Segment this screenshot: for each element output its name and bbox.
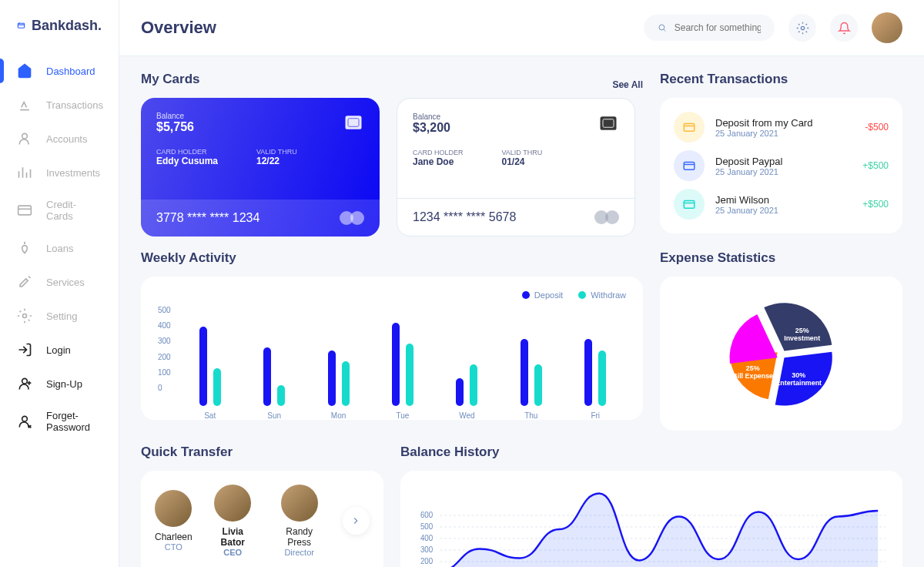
nav-label: Sign-Up [46, 378, 82, 390]
sidebar-item-loans[interactable]: Loans [0, 231, 119, 265]
nav-label: Forget-Password [46, 410, 102, 433]
search-input[interactable] [675, 22, 761, 33]
recent-transactions-section: Recent Transactions Deposit from my Card… [660, 72, 902, 237]
user-avatar[interactable] [872, 12, 902, 43]
mastercard-icon [594, 210, 619, 225]
sidebar-item-accounts[interactable]: Accounts [0, 122, 119, 156]
nav-icon [17, 308, 32, 324]
transaction-item[interactable]: Jemi Wilson25 January 2021+$500 [674, 189, 889, 220]
expense-pie-chart: 25%Investment30%Entertainment20%Others25… [660, 277, 902, 431]
bar-label: Fri [591, 411, 600, 420]
bar-withdraw [470, 364, 477, 406]
recent-transactions-title: Recent Transactions [660, 72, 902, 87]
transaction-icon [674, 150, 705, 181]
transaction-item[interactable]: Deposit from my Card25 January 2021-$500 [674, 112, 889, 143]
nav-icon [17, 342, 32, 357]
chip-icon [343, 112, 364, 133]
balance-label: Balance [156, 112, 194, 120]
settings-button[interactable] [788, 14, 816, 42]
valid-value: 01/24 [502, 156, 543, 167]
contact-avatar [214, 485, 251, 522]
sidebar-item-credit-cards[interactable]: Credit-Cards [0, 190, 119, 231]
search-box[interactable] [644, 15, 775, 41]
sidebar-item-setting[interactable]: Setting [0, 299, 119, 333]
header: Overview [119, 0, 924, 56]
legend-withdraw: Withdraw [591, 290, 626, 300]
contact[interactable]: CharleenCTO [155, 490, 192, 552]
chevron-right-icon [350, 515, 361, 526]
bar-withdraw [277, 385, 285, 406]
nav-icon [17, 97, 32, 112]
contact[interactable]: Randy PressDirector [273, 485, 326, 557]
valid-label: VALID THRU [502, 149, 543, 156]
balance-line-chart: 0100200300400500600JulAugSepOctNovDecJan… [417, 485, 886, 567]
bar-withdraw [213, 368, 221, 406]
sidebar-item-dashboard[interactable]: Dashboard [0, 54, 119, 88]
transaction-date: 25 January 2021 [715, 167, 852, 176]
sidebar-item-transactions[interactable]: Transactions [0, 88, 119, 122]
contact-role: Director [273, 548, 326, 557]
page-title: Overview [141, 18, 630, 38]
content: My Cards See All Balance$5,756CARD HOLDE… [119, 56, 924, 567]
svg-point-7 [801, 26, 804, 29]
bar-deposit [392, 323, 400, 406]
bar-withdraw [534, 364, 542, 406]
search-icon [658, 22, 667, 33]
bar-deposit [199, 327, 207, 406]
bar-label: Tue [397, 411, 410, 420]
nav-icon [17, 63, 32, 79]
bar-deposit [456, 378, 464, 406]
sidebar-item-investments[interactable]: Investments [0, 156, 119, 190]
contact[interactable]: Livia BatorCEO [209, 485, 256, 557]
bar-deposit [521, 339, 528, 406]
balance-value: $5,756 [156, 120, 194, 134]
chart-legend: Deposit Withdraw [158, 290, 626, 300]
transaction-icon [674, 112, 705, 143]
bar-withdraw [342, 361, 350, 406]
gear-icon [796, 22, 809, 35]
contact-name: Livia Bator [209, 526, 256, 548]
contact-avatar [155, 490, 192, 527]
bar-deposit [584, 339, 592, 406]
credit-card[interactable]: Balance$3,200CARD HOLDERJane DoeVALID TH… [397, 98, 635, 237]
svg-text:600: 600 [420, 511, 434, 519]
nav-label: Services [46, 277, 85, 288]
bar-deposit [328, 351, 336, 406]
next-contact-button[interactable] [343, 507, 370, 535]
transaction-date: 25 January 2021 [715, 129, 854, 138]
expense-statistics-section: Expense Statistics 25%Investment30%Enter… [660, 250, 902, 431]
quick-transfer-section: Quick Transfer CharleenCTOLivia BatorCEO… [141, 445, 383, 567]
expense-statistics-title: Expense Statistics [660, 250, 902, 266]
sidebar-item-login[interactable]: Login [0, 333, 119, 367]
svg-rect-12 [684, 124, 695, 132]
transaction-amount: +$500 [862, 199, 889, 210]
sidebar-item-sign-up[interactable]: Sign-Up [0, 367, 119, 401]
holder-name: Jane Doe [413, 156, 464, 167]
nav-label: Loans [46, 243, 73, 254]
sidebar-item-forget-password[interactable]: Forget-Password [0, 401, 119, 442]
nav-icon [17, 240, 32, 256]
svg-text:300: 300 [420, 545, 434, 554]
nav-label: Accounts [46, 133, 87, 145]
balance-history-title: Balance History [400, 445, 902, 460]
balance-history-section: Balance History 0100200300400500600JulAu… [400, 445, 902, 567]
bar-label: Thu [524, 411, 537, 420]
weekly-activity-title: Weekly Activity [141, 250, 643, 266]
logo[interactable]: Bankdash. [0, 15, 119, 54]
credit-card[interactable]: Balance$5,756CARD HOLDEREddy CusumaVALID… [141, 98, 380, 237]
balance-label: Balance [413, 112, 450, 121]
nav-label: Investments [46, 167, 100, 179]
weekly-bar-chart: 5004003002001000SatSunMonTueWedThuFri [158, 306, 626, 406]
transaction-item[interactable]: Deposit Paypal25 January 2021+$500 [674, 150, 889, 181]
nav-icon [17, 203, 32, 218]
legend-deposit: Deposit [534, 290, 563, 300]
notifications-button[interactable] [830, 14, 858, 42]
svg-rect-2 [18, 206, 32, 215]
quick-transfer-title: Quick Transfer [141, 445, 383, 460]
sidebar: Bankdash. DashboardTransactionsAccountsI… [0, 0, 119, 567]
svg-rect-14 [684, 201, 695, 209]
see-all-link[interactable]: See All [612, 79, 643, 90]
nav-icon [17, 165, 32, 180]
sidebar-item-services[interactable]: Services [0, 265, 119, 299]
transaction-title: Jemi Wilson [715, 194, 852, 206]
